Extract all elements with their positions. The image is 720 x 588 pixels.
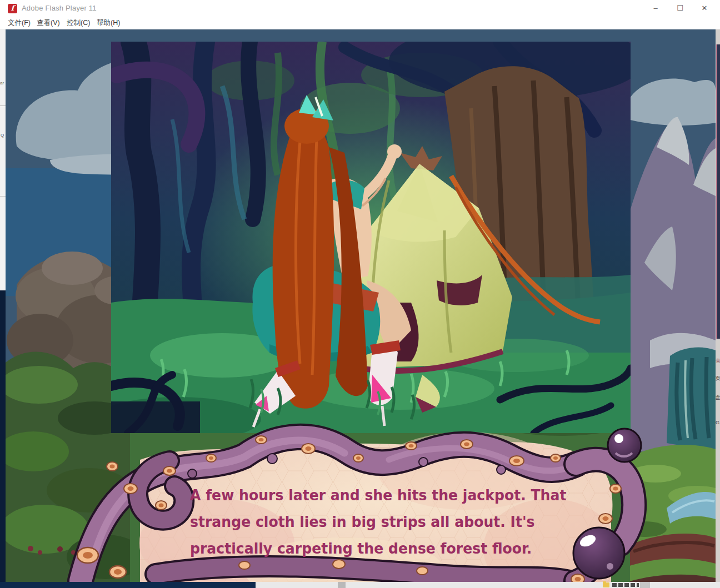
menu-help[interactable]: 帮助(H) <box>97 18 120 28</box>
background-window-right-edge: 音 页 盘 G <box>716 29 720 582</box>
close-button[interactable]: ✕ <box>692 2 717 14</box>
background-window-dark-area <box>0 290 6 582</box>
edge-text-fragment: 音 <box>716 358 720 365</box>
menu-view[interactable]: 查看(V) <box>37 18 60 28</box>
maximize-button[interactable]: ☐ <box>668 2 692 14</box>
divider <box>0 105 6 106</box>
window-controls: – ☐ ✕ <box>643 2 717 14</box>
desktop-screen: f Adobe Flash Player 11 – ☐ ✕ 文件(F) 查看(V… <box>0 0 720 588</box>
flash-stage[interactable]: A few hours later and she hits the jackp… <box>6 29 716 582</box>
minimize-button[interactable]: – <box>643 2 668 14</box>
scene-illustration <box>111 42 631 433</box>
window-titlebar: f Adobe Flash Player 11 – ☐ ✕ <box>0 0 720 16</box>
divider <box>0 196 6 197</box>
dialog-line: practically carpeting the dense forest f… <box>190 537 531 564</box>
edge-text-fragment: G <box>716 420 719 425</box>
flash-player-icon: f <box>8 4 17 13</box>
edge-text-fragment: 盘 <box>716 394 720 401</box>
scrollbar-fragment <box>338 582 346 588</box>
edge-text-fragment: Q <box>1 133 4 138</box>
background-window-dark-area <box>716 44 720 339</box>
taskbar-strip[interactable] <box>0 582 720 588</box>
edge-text-fragment: ar <box>0 81 4 86</box>
dialog-line: A few hours later and she hits the jackp… <box>190 484 531 511</box>
edge-text-fragment: 页 <box>716 375 720 382</box>
dialog-text: A few hours later and she hits the jackp… <box>190 484 557 564</box>
background-window-bottom-edge <box>0 582 256 588</box>
window-menubar: 文件(F) 查看(V) 控制(C) 帮助(H) <box>0 16 720 29</box>
taskbar-text-fragment <box>612 583 639 587</box>
background-window-left-edge: ar Q <box>0 29 6 582</box>
scrollbar-fragment <box>640 582 650 588</box>
menu-file[interactable]: 文件(F) <box>8 18 31 28</box>
folder-icon <box>603 582 609 587</box>
dialog-line: strange cloth lies in big strips all abo… <box>190 511 531 537</box>
window-title: Adobe Flash Player 11 <box>22 4 97 12</box>
menu-control[interactable]: 控制(C) <box>67 18 90 28</box>
